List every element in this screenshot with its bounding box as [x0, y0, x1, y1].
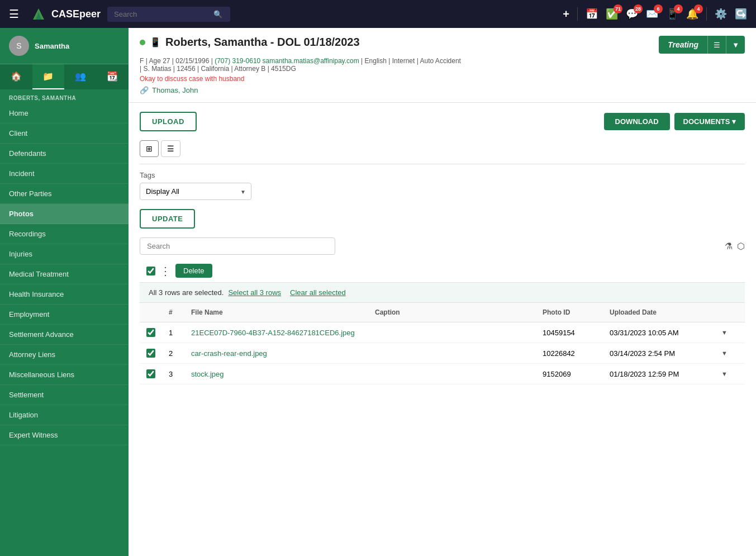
- patient-dob: 02/15/1996: [175, 57, 209, 65]
- tags-select-wrap: Display All: [140, 183, 251, 200]
- row-2-photoid: 10226842: [543, 349, 610, 358]
- logo-text: CASEpeer: [51, 8, 101, 20]
- sidebar-item-expert-witness[interactable]: Expert Witness: [0, 425, 129, 445]
- row-3-num: 3: [169, 370, 191, 378]
- row-2-filename[interactable]: car-crash-rear-end.jpeg: [191, 349, 375, 358]
- list-view-button[interactable]: ☰: [161, 140, 180, 157]
- sidebar-item-photos[interactable]: Photos: [0, 204, 129, 224]
- sidebar-item-defendants[interactable]: Defendants: [0, 144, 129, 164]
- row-2-uploaded: 03/14/2023 2:54 PM: [610, 349, 721, 358]
- avatar: S: [9, 36, 29, 56]
- row-1-chevron[interactable]: ▼: [721, 329, 738, 336]
- patient-language: English: [365, 57, 387, 65]
- col-caption-header: Caption: [375, 308, 543, 316]
- update-button[interactable]: UPDATE: [140, 209, 195, 229]
- sidebar-item-litigation[interactable]: Litigation: [0, 405, 129, 425]
- select-all-link[interactable]: Select all 3 rows: [228, 288, 281, 297]
- search-filter-row: ⚗ ⬡: [140, 237, 745, 255]
- sidebar-item-employment[interactable]: Employment: [0, 305, 129, 325]
- sidebar-nav-icons: 🏠 📁 👥 📆: [0, 64, 129, 89]
- photos-content: UPLOAD DOWNLOAD DOCUMENTS ▾ ⊞ ☰ Tags Dis…: [129, 103, 756, 556]
- patient-source: Internet: [392, 57, 415, 65]
- select-all-checkbox[interactable]: [146, 267, 155, 275]
- col-photoid-header: Photo ID: [543, 308, 610, 316]
- logo: CASEpeer: [30, 6, 101, 22]
- patient-email[interactable]: samantha.matias@affinipay.com: [263, 57, 359, 65]
- sidebar-item-settlement-advance[interactable]: Settlement Advance: [0, 325, 129, 345]
- bell-icon[interactable]: 🔔4: [686, 8, 698, 20]
- table-row: 2 car-crash-rear-end.jpeg 10226842 03/14…: [140, 343, 745, 364]
- documents-button[interactable]: DOCUMENTS ▾: [674, 113, 745, 130]
- more-menu-icon[interactable]: ⋮: [160, 264, 171, 278]
- sidebar-item-miscellaneous-liens[interactable]: Miscellaneous Liens: [0, 365, 129, 385]
- divider: [140, 164, 745, 164]
- selection-text: All 3 rows are selected.: [149, 288, 224, 297]
- row-3-checkbox[interactable]: [146, 369, 155, 378]
- filter-icons: ⚗ ⬡: [725, 241, 745, 251]
- sidebar-item-incident[interactable]: Incident: [0, 164, 129, 184]
- selection-bar: All 3 rows are selected. Select all 3 ro…: [140, 283, 745, 303]
- nav-icon-folder[interactable]: 📁: [32, 64, 65, 89]
- photos-search-input[interactable]: [140, 237, 335, 255]
- settings-icon[interactable]: ⚙️: [715, 8, 727, 20]
- col-num-header: #: [169, 308, 191, 316]
- row-1-filename[interactable]: 21ECE07D-7960-4B37-A152-84627181CED6.jpe…: [191, 329, 375, 337]
- sidebar-item-client[interactable]: Client: [0, 123, 129, 144]
- patient-casecode: 4515DG: [271, 65, 296, 73]
- sidebar-item-home[interactable]: Home: [0, 103, 129, 123]
- grid-view-button[interactable]: ⊞: [140, 140, 159, 157]
- sidebar-username: Samantha: [35, 42, 69, 50]
- main-layout: S Samantha 🏠 📁 👥 📆 ROBERTS, SAMANTHA Hom…: [0, 28, 756, 556]
- nav-icon-home[interactable]: 🏠: [0, 64, 32, 89]
- patient-phone[interactable]: (707) 319-0610: [215, 57, 260, 65]
- delete-button[interactable]: Delete: [175, 264, 212, 278]
- patient-link: 🔗 Thomas, John: [140, 86, 745, 94]
- sidebar-item-medical-treatment[interactable]: Medical Treatment: [0, 264, 129, 284]
- clear-all-link[interactable]: Clear all selected: [290, 288, 346, 297]
- filter-icon[interactable]: ⚗: [725, 241, 733, 251]
- divider-1: [577, 7, 578, 21]
- logout-icon[interactable]: ↪️: [735, 8, 747, 20]
- mobile-icon[interactable]: 📱4: [666, 8, 678, 20]
- sidebar-item-other-parties[interactable]: Other Parties: [0, 184, 129, 204]
- calendar-icon[interactable]: 📅: [586, 8, 598, 20]
- row-3-chevron[interactable]: ▼: [721, 370, 738, 377]
- tasks-icon[interactable]: ✅71: [606, 8, 618, 20]
- mail-icon[interactable]: ✉️6: [646, 8, 658, 20]
- treating-dropdown-button[interactable]: ▼: [726, 36, 745, 54]
- patient-header-row1: 📱 Roberts, Samantha - DOL 01/18/2023 Tre…: [140, 36, 745, 54]
- treating-menu-button[interactable]: ☰: [707, 36, 726, 54]
- search-input[interactable]: [114, 10, 209, 18]
- upload-button[interactable]: UPLOAD: [140, 112, 197, 131]
- export-icon[interactable]: ⬡: [737, 241, 745, 251]
- tags-select[interactable]: Display All: [140, 183, 251, 200]
- row-3-filename[interactable]: stock.jpeg: [191, 370, 375, 378]
- nav-icon-calendar[interactable]: 📆: [97, 64, 129, 89]
- row-1-checkbox[interactable]: [146, 328, 155, 337]
- hamburger-icon[interactable]: ☰: [9, 7, 19, 21]
- download-button[interactable]: DOWNLOAD: [604, 113, 670, 130]
- row-1-uploaded: 03/31/2023 10:05 AM: [610, 329, 721, 337]
- row-2-chevron[interactable]: ▼: [721, 350, 738, 357]
- treating-button[interactable]: Treating: [659, 36, 707, 54]
- divider-2: [706, 7, 707, 21]
- sidebar-item-recordings[interactable]: Recordings: [0, 224, 129, 244]
- bell-badge: 4: [694, 4, 703, 13]
- row-1-num: 1: [169, 329, 191, 337]
- nav-icon-people[interactable]: 👥: [64, 64, 97, 89]
- sidebar-item-attorney-liens[interactable]: Attorney Liens: [0, 345, 129, 365]
- messages-icon[interactable]: 💬28: [626, 8, 638, 20]
- linked-person[interactable]: Thomas, John: [152, 86, 198, 94]
- mobile-icon-small: 📱: [150, 37, 161, 47]
- tasks-badge: 71: [614, 4, 622, 13]
- patient-title: 📱 Roberts, Samantha - DOL 01/18/2023: [140, 36, 360, 49]
- patient-incident: Auto Accident: [420, 57, 461, 65]
- sidebar-item-settlement[interactable]: Settlement: [0, 385, 129, 405]
- tags-section: Tags Display All: [140, 171, 745, 200]
- row-2-checkbox[interactable]: [146, 349, 155, 358]
- row-1-photoid: 10459154: [543, 329, 610, 337]
- sidebar-item-injuries[interactable]: Injuries: [0, 244, 129, 264]
- search-bar[interactable]: 🔍: [107, 7, 230, 22]
- sidebar-item-health-insurance[interactable]: Health Insurance: [0, 284, 129, 305]
- add-button[interactable]: +: [563, 8, 569, 21]
